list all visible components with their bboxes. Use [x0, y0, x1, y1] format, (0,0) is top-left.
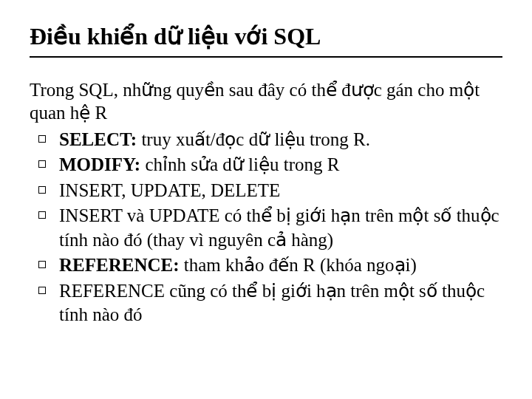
- list-item: INSERT và UPDATE có thể bị giới hạn trên…: [30, 204, 502, 252]
- list-item: INSERT, UPDATE, DELETE: [30, 179, 502, 203]
- list-item-text: REFERENCE: tham khảo đến R (khóa ngoại): [59, 253, 502, 278]
- square-bullet-icon: [38, 261, 46, 268]
- list-item-text: SELECT: truy xuất/đọc dữ liệu trong R.: [59, 128, 502, 152]
- list-item-text: MODIFY: chỉnh sửa dữ liệu trong R: [59, 153, 502, 177]
- square-bullet-icon: [38, 160, 46, 168]
- intro-text: Trong SQL, những quyền sau đây có thể đư…: [30, 78, 502, 125]
- slide: Điều khiển dữ liệu với SQL Trong SQL, nh…: [0, 0, 532, 344]
- square-bullet-icon: [38, 287, 46, 294]
- list-item-text: INSERT và UPDATE có thể bị giới hạn trên…: [59, 204, 502, 252]
- square-bullet-icon: [38, 211, 46, 219]
- list-item: REFERENCE cũng có thể bị giới hạn trên m…: [30, 279, 502, 327]
- list-item: MODIFY: chỉnh sửa dữ liệu trong R: [30, 153, 502, 177]
- square-bullet-icon: [38, 186, 46, 194]
- bullet-list: SELECT: truy xuất/đọc dữ liệu trong R. M…: [30, 128, 502, 327]
- list-item: REFERENCE: tham khảo đến R (khóa ngoại): [30, 253, 502, 278]
- list-item-text: INSERT, UPDATE, DELETE: [59, 179, 502, 203]
- list-item-text: REFERENCE cũng có thể bị giới hạn trên m…: [59, 279, 502, 327]
- square-bullet-icon: [38, 135, 46, 143]
- slide-title: Điều khiển dữ liệu với SQL: [30, 22, 502, 58]
- list-item: SELECT: truy xuất/đọc dữ liệu trong R.: [30, 128, 502, 152]
